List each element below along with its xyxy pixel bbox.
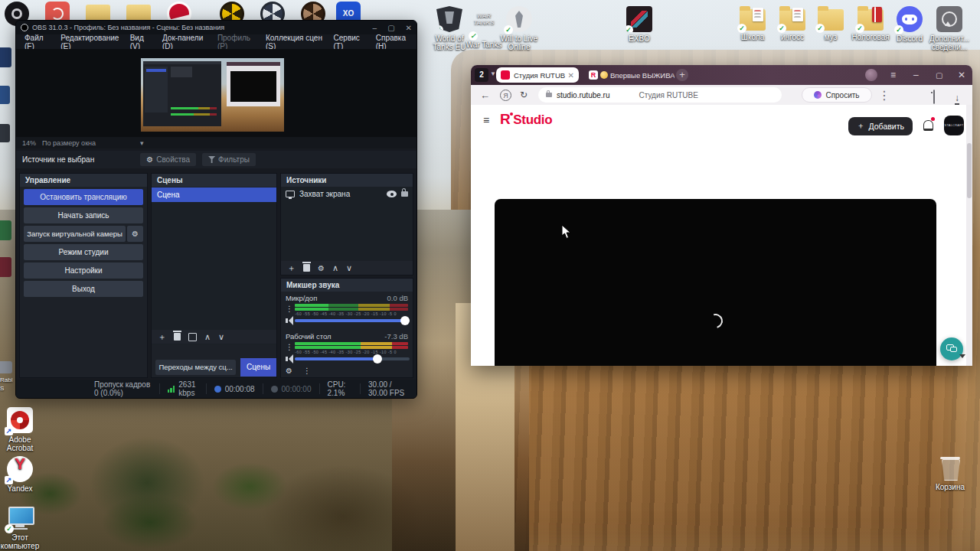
extension-dino-icon[interactable] — [933, 90, 935, 104]
close-icon[interactable]: ✕ — [406, 24, 412, 32]
visibility-eye-icon[interactable] — [387, 191, 397, 197]
scene-filters-icon[interactable] — [188, 333, 197, 341]
source-properties-icon[interactable]: ⚙ — [318, 264, 325, 272]
close-tab-icon[interactable]: ✕ — [568, 71, 574, 80]
refresh-icon[interactable]: ↻ — [520, 90, 528, 100]
scene-list-item[interactable]: Сцена — [152, 187, 276, 202]
studio-menu-burger-icon[interactable]: ≡ — [483, 114, 489, 126]
mixer-dock-title[interactable]: Микшер звука — [281, 279, 413, 292]
edge-icon-fragment[interactable] — [0, 47, 11, 67]
move-down-icon[interactable]: ∨ — [346, 263, 352, 273]
browser-tab-strip[interactable]: 2 ▼ Студия RUTUBE ✕ R Впервые ВЫЖИВАЮ + … — [471, 65, 972, 85]
maximize-icon[interactable]: ▢ — [936, 65, 942, 85]
menu-help[interactable]: Справка (H) — [371, 34, 416, 51]
add-content-button[interactable]: ＋ Добавить — [848, 117, 913, 135]
back-icon[interactable]: ← — [480, 90, 490, 101]
move-up-icon[interactable]: ∧ — [204, 332, 211, 342]
edge-icon-fragment[interactable] — [0, 124, 10, 142]
remove-scene-icon[interactable] — [174, 333, 181, 341]
check-badge-icon: ✓ — [626, 25, 633, 32]
notifications-bell-icon[interactable] — [923, 120, 933, 131]
mini-browser — [227, 62, 280, 106]
control-dock-title[interactable]: Управление — [20, 174, 147, 187]
menu-docks[interactable]: Док-панели (D) — [157, 34, 212, 51]
mixer-more-icon[interactable]: ⋮ — [303, 367, 311, 375]
scrollbar-thumb[interactable] — [967, 143, 972, 198]
move-down-icon[interactable]: ∨ — [218, 332, 224, 342]
mixer-ch1-menu-icon[interactable]: ⋮ — [286, 305, 293, 313]
minimize-icon[interactable]: – — [913, 65, 919, 85]
lock-icon[interactable] — [401, 191, 408, 197]
menu-edit[interactable]: Редактирование (E) — [55, 34, 124, 51]
page-scrollbar[interactable] — [966, 105, 972, 366]
remove-source-icon[interactable] — [303, 264, 310, 272]
desktop-icon-recycle-bin[interactable]: Корзина — [926, 455, 975, 491]
desktop-icon-yandex[interactable]: Y↗ Yandex — [0, 456, 42, 493]
speaker-icon[interactable] — [286, 357, 288, 361]
mixer-ch2-slider[interactable] — [295, 357, 410, 360]
mixer-ch2-menu-icon[interactable]: ⋮ — [286, 343, 293, 351]
obs-titlebar[interactable]: OBS 31.0.3 - Профиль: Без названия - Сце… — [16, 21, 416, 34]
address-bar[interactable]: studio.rutube.ru Студия RUTUBE — [538, 87, 782, 103]
source-list-item[interactable]: Захват экрана — [281, 187, 413, 201]
settings-button[interactable]: Настройки — [24, 262, 143, 279]
properties-button[interactable]: ⚙ Свойства — [140, 153, 196, 166]
channel-avatar[interactable]: STALCRAFT — [944, 116, 964, 135]
exit-button[interactable]: Выход — [24, 281, 143, 297]
desktop-icon-extra-info[interactable]: Дополнит... сведени... — [925, 6, 974, 51]
rutube-studio-logo[interactable]: RStudio — [500, 111, 552, 128]
support-chat-button[interactable] — [940, 337, 963, 360]
zoom-mode[interactable]: По размеру окна — [42, 139, 96, 147]
maximize-icon[interactable]: ▢ — [387, 24, 394, 32]
desktop-icon-exbo[interactable]: ✓ EXBO — [615, 6, 664, 43]
desktop-icon-adobe-acrobat[interactable]: ↗ Adobe Acrobat — [0, 407, 42, 452]
add-scene-icon[interactable]: ＋ — [158, 331, 166, 343]
menu-view[interactable]: Вид (V) — [125, 34, 157, 51]
speaker-icon[interactable] — [286, 318, 288, 323]
add-source-icon[interactable]: ＋ — [287, 262, 296, 274]
close-icon[interactable]: ✕ — [958, 65, 965, 85]
downloads-icon[interactable]: ↓ — [955, 90, 959, 104]
move-up-icon[interactable]: ∧ — [332, 263, 338, 273]
edge-icon-fragment[interactable] — [0, 220, 11, 240]
edge-icon-fragment[interactable] — [0, 361, 12, 373]
rutube-r-favicon: R — [589, 70, 598, 80]
minimize-icon[interactable]: – — [373, 24, 377, 32]
desktop-icon-this-pc[interactable]: ✓ Этот компьютер — [0, 504, 42, 550]
desktop-icon-will-to-live[interactable]: ✓ Will to Live Online — [495, 6, 544, 51]
menu-profile[interactable]: Профиль (P) — [212, 34, 260, 51]
scenes-dock-title[interactable]: Сцены — [152, 174, 276, 187]
start-recording-button[interactable]: Начать запись — [24, 207, 143, 223]
tab-active-rutube-studio[interactable]: Студия RUTUBE ✕ — [496, 67, 579, 83]
chevron-down-icon[interactable]: ▼ — [490, 70, 496, 77]
browser-profile[interactable] — [865, 65, 877, 85]
check-badge-icon: ✓ — [737, 24, 746, 33]
mixer-settings-icon[interactable]: ⚙ — [286, 367, 292, 375]
menu-tools[interactable]: Сервис (T) — [328, 34, 371, 51]
yandex-services-icon[interactable]: Я — [500, 90, 511, 101]
mixer-ch1-slider[interactable] — [295, 319, 410, 322]
more-options-icon[interactable]: ⋮ — [878, 88, 890, 103]
scenes-tab[interactable]: Сцены — [240, 358, 276, 377]
menu-scene-collection[interactable]: Коллекция сцен (S) — [260, 34, 328, 51]
edge-icon-fragment[interactable] — [0, 257, 11, 277]
stop-streaming-button[interactable]: Остановить трансляцию — [24, 189, 143, 205]
virtual-camera-settings-button[interactable]: ⚙ — [127, 226, 143, 242]
studio-mode-button[interactable]: Режим студии — [24, 244, 143, 260]
sources-dock-title[interactable]: Источники — [281, 174, 413, 187]
icon-label: EXBO — [615, 34, 664, 43]
tab-inactive-video[interactable]: R Впервые ВЫЖИВАЮ — [586, 67, 678, 83]
ask-ai-button[interactable]: Спросить — [802, 87, 872, 103]
obs-status-bar: Пропуск кадров 0 (0.0%) 2631 kbps 00:00:… — [16, 380, 416, 398]
filters-button[interactable]: Фильтры — [202, 153, 256, 166]
chevron-down-icon[interactable]: ▾ — [140, 139, 144, 147]
mixer-dock: Микшер звука Микр/доп 0.0 dB ⋮ -60 -55 -… — [280, 278, 413, 378]
obs-preview-area[interactable] — [16, 49, 416, 137]
edge-icon-fragment[interactable] — [0, 86, 10, 104]
browser-menu-button[interactable]: ≡ — [890, 65, 896, 85]
tab-counter[interactable]: 2 — [475, 68, 488, 82]
virtual-camera-button[interactable]: Запуск виртуальной камеры — [24, 226, 126, 242]
scene-transitions-button[interactable]: Переходы между сц... — [155, 360, 236, 375]
menu-file[interactable]: Файл (F) — [19, 34, 55, 51]
new-tab-button[interactable]: + — [676, 69, 688, 81]
